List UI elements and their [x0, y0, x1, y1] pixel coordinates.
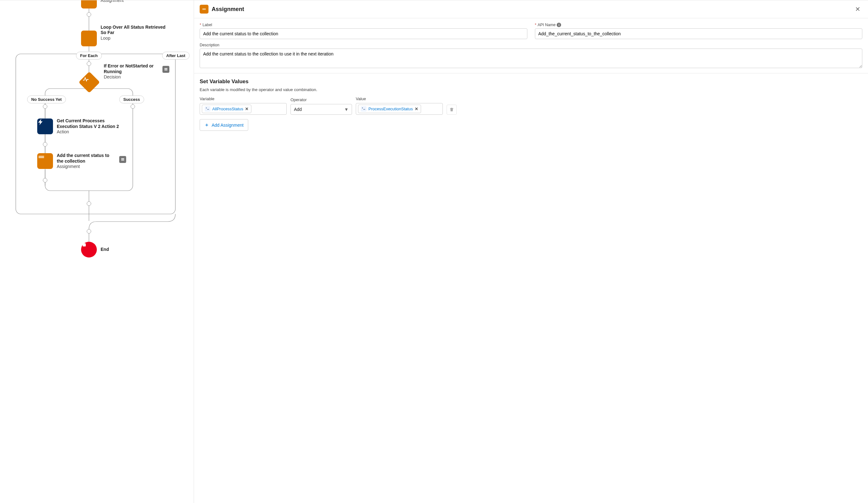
action-icon	[37, 118, 53, 134]
close-icon: ✕	[855, 6, 860, 13]
detail-icon[interactable]	[119, 156, 126, 163]
assignment-row: Variable AllProcessStatus ✕	[200, 96, 862, 115]
operator-select[interactable]: Add ▼	[290, 104, 352, 115]
label-field-label: *Label	[200, 23, 527, 27]
decision-icon	[79, 72, 100, 93]
node-decision[interactable]: If Error or NotStarted or Running Decisi…	[79, 63, 157, 93]
variable-input[interactable]: AllProcessStatus ✕	[200, 103, 287, 115]
node-subtitle: Assignment	[101, 0, 124, 3]
flow-canvas[interactable]: For Each After Last No Success Yet Succe…	[0, 0, 194, 503]
branch-label-afterlast[interactable]: After Last	[162, 52, 189, 60]
node-loop[interactable]: Loop Over All Status Retrieved So Far Lo…	[81, 19, 167, 46]
assignment-icon	[200, 5, 208, 13]
end-icon	[81, 242, 97, 258]
loop-icon	[81, 31, 97, 46]
assignment-icon	[81, 0, 97, 9]
apiname-input[interactable]	[535, 28, 862, 39]
section-title: Set Variable Values	[200, 78, 862, 85]
apiname-field-label: *API Name i	[535, 23, 862, 27]
section-description: Each variable is modified by the operato…	[200, 87, 862, 92]
close-button[interactable]: ✕	[853, 4, 862, 14]
panel-header: Assignment ✕	[194, 0, 868, 18]
node-title: Loop Over All Status Retrieved So Far	[101, 24, 167, 35]
description-field-label: Description	[200, 43, 862, 47]
node-end[interactable]: End	[81, 242, 109, 258]
connector-dot[interactable]	[43, 178, 47, 182]
connector-dot[interactable]	[43, 142, 47, 147]
detail-icon[interactable]	[163, 66, 169, 73]
connector-dot[interactable]	[43, 104, 47, 109]
variable-chip[interactable]: AllProcessStatus ✕	[202, 105, 251, 113]
properties-panel: Assignment ✕ *Label *API Name i	[194, 0, 868, 503]
label-input[interactable]	[200, 28, 527, 39]
node-subtitle: Decision	[104, 74, 157, 80]
assignment-icon	[37, 153, 53, 169]
operator-column-label: Operator	[290, 97, 352, 102]
connector-dot[interactable]	[131, 104, 135, 109]
node-subtitle: Assignment	[57, 164, 114, 169]
branch-label-foreach[interactable]: For Each	[76, 52, 102, 60]
add-button-label: Add Assignment	[211, 123, 244, 128]
variable-column-label: Variable	[200, 96, 287, 101]
panel-title: Assignment	[211, 6, 850, 13]
chevron-down-icon: ▼	[344, 107, 349, 112]
add-assignment-button[interactable]: ＋ Add Assignment	[200, 119, 248, 131]
plus-icon: ＋	[204, 122, 209, 128]
branch-label-success[interactable]: Success	[119, 95, 144, 103]
svg-rect-7	[83, 243, 86, 247]
connector-dot[interactable]	[87, 12, 91, 17]
remove-chip-button[interactable]: ✕	[245, 106, 249, 111]
connector-dot[interactable]	[87, 229, 91, 233]
node-title: End	[101, 247, 109, 252]
value-chip[interactable]: ProcessExecutionStatus ✕	[358, 105, 421, 113]
connector-dot[interactable]	[87, 201, 91, 206]
value-input[interactable]: ProcessExecutionStatus ✕	[356, 103, 443, 115]
node-title: If Error or NotStarted or Running	[104, 63, 157, 74]
description-textarea[interactable]: Add the current status to the collection…	[200, 49, 862, 68]
value-column-label: Value	[356, 96, 443, 101]
branch-label-nosuccess[interactable]: No Success Yet	[27, 95, 66, 103]
remove-chip-button[interactable]: ✕	[415, 106, 418, 111]
trash-icon	[449, 107, 454, 112]
node-subtitle: Loop	[101, 35, 167, 41]
info-icon[interactable]: i	[557, 23, 561, 27]
delete-row-button[interactable]	[447, 105, 457, 115]
value-chip-text: ProcessExecutionStatus	[369, 106, 413, 111]
node-assignment-collection[interactable]: Add the current status to the collection…	[37, 153, 114, 169]
node-action[interactable]: Get Current Processes Execution Status V…	[37, 118, 123, 135]
resource-prefix-icon	[205, 106, 210, 112]
divider	[194, 73, 868, 73]
operator-value: Add	[294, 107, 302, 112]
node-title: Get Current Processes Execution Status V…	[57, 118, 123, 129]
node-subtitle: Action	[57, 129, 123, 135]
node-assignment-top[interactable]: Assignment	[81, 0, 124, 9]
variable-chip-text: AllProcessStatus	[212, 106, 243, 111]
resource-prefix-icon	[361, 106, 366, 112]
node-title: Add the current status to the collection	[57, 153, 114, 164]
